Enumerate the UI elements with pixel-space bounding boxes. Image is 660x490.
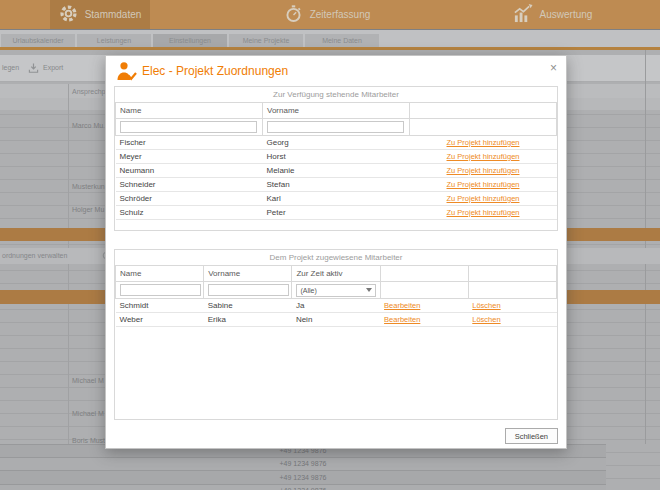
active-filter-select[interactable]: (Alle)	[296, 284, 375, 297]
grid-cell-contact: Marco Mu	[72, 122, 103, 129]
tab-leistungen[interactable]: Leistungen	[77, 34, 151, 47]
nav-auswertung[interactable]: Auswertung	[502, 0, 602, 29]
dialog-title: Elec - Projekt Zuordnungen	[142, 64, 288, 78]
cell-name: Schröder	[116, 192, 263, 206]
contact-column-header: Ansprechp	[72, 88, 105, 95]
cell-vorname: Georg	[263, 136, 410, 150]
tab-urlaubskalender[interactable]: Urlaubskalender	[1, 34, 75, 47]
table-row: Schmidt Sabine Ja Bearbeiten Löschen	[116, 299, 557, 313]
table-row: Meyer Horst Zu Projekt hinzufügen	[116, 150, 557, 164]
create-button[interactable]: legen	[2, 64, 19, 71]
tab-strip: Urlaubskalender Leistungen Einstellungen…	[0, 30, 660, 50]
nav-label: Zeiterfassung	[310, 9, 371, 20]
grid-cell-contact: Michael M	[72, 377, 104, 384]
table-row: Weber Erika Nein Bearbeiten Löschen	[116, 313, 557, 327]
application-window: Stammdaten Zeiterfassung	[0, 0, 660, 490]
cell-aktiv: Nein	[292, 313, 380, 327]
delete-link[interactable]: Löschen	[472, 301, 500, 310]
add-to-project-link[interactable]: Zu Projekt hinzufügen	[447, 208, 520, 217]
tab-meine-projekte[interactable]: Meine Projekte	[229, 34, 303, 47]
grid-cell-contact: Holger Mu	[72, 206, 104, 213]
vorname-filter-input[interactable]	[267, 121, 404, 133]
grid-cell-contact: Boris Must	[72, 437, 105, 444]
column-header-name[interactable]: Name	[116, 266, 204, 282]
grid-cell-phone: +49 1234 9876	[0, 484, 606, 490]
column-header-aktiv[interactable]: Zur Zeit aktiv	[292, 266, 380, 282]
delete-link[interactable]: Löschen	[472, 315, 500, 324]
person-check-icon	[116, 61, 138, 85]
cell-vorname: Sabine	[204, 299, 292, 313]
chevron-down-icon	[366, 288, 372, 292]
assigned-employees-table: Dem Projekt zugewiesene Mitarbeiter Name…	[114, 249, 558, 420]
column-header-delete	[468, 266, 556, 282]
manage-assignments-button[interactable]: ordnungen verwalten	[2, 252, 67, 259]
cell-vorname: Stefan	[263, 178, 410, 192]
project-assignment-dialog: Elec - Projekt Zuordnungen × Zur Verfügu…	[105, 55, 567, 449]
table-caption: Zur Verfügung stehende Mitarbeiter	[116, 87, 557, 103]
cell-vorname: Melanie	[263, 164, 410, 178]
nav-zeiterfassung[interactable]: Zeiterfassung	[272, 0, 382, 29]
stopwatch-icon	[284, 4, 303, 25]
grid-cell-contact: Michael M	[72, 410, 104, 417]
table-row: Neumann Melanie Zu Projekt hinzufügen	[116, 164, 557, 178]
add-to-project-link[interactable]: Zu Projekt hinzufügen	[447, 138, 520, 147]
download-icon	[28, 62, 39, 75]
export-button[interactable]: Export	[43, 64, 63, 71]
add-to-project-link[interactable]: Zu Projekt hinzufügen	[447, 166, 520, 175]
cell-name: Weber	[116, 313, 204, 327]
phone-column-rows: +49 1234 9876 +49 1234 9876 +49 1234 987…	[0, 444, 660, 490]
cell-aktiv: Ja	[292, 299, 380, 313]
grid-right-divider	[645, 50, 646, 444]
add-to-project-link[interactable]: Zu Projekt hinzufügen	[447, 180, 520, 189]
table-row: Schulz Peter Zu Projekt hinzufügen	[116, 206, 557, 220]
name-filter-input[interactable]	[120, 121, 257, 133]
close-icon[interactable]: ×	[550, 62, 557, 74]
dialog-header: Elec - Projekt Zuordnungen ×	[106, 56, 566, 86]
column-header-actions	[410, 103, 557, 119]
cell-name: Meyer	[116, 150, 263, 164]
name-filter-input[interactable]	[120, 284, 201, 296]
grid-cell-phone: +49 1234 9876	[0, 470, 606, 484]
nav-stammdaten[interactable]: Stammdaten	[50, 0, 150, 29]
add-to-project-link[interactable]: Zu Projekt hinzufügen	[447, 194, 520, 203]
cell-name: Schneider	[116, 178, 263, 192]
table-row: Schneider Stefan Zu Projekt hinzufügen	[116, 178, 557, 192]
cell-name: Fischer	[116, 136, 263, 150]
table-row: Schröder Karl Zu Projekt hinzufügen	[116, 192, 557, 206]
table-caption: Dem Projekt zugewiesene Mitarbeiter	[116, 250, 557, 266]
cell-name: Neumann	[116, 164, 263, 178]
nav-label: Stammdaten	[85, 9, 142, 20]
available-employees-table: Zur Verfügung stehende Mitarbeiter Name …	[114, 86, 558, 231]
cell-vorname: Erika	[204, 313, 292, 327]
edit-link[interactable]: Bearbeiten	[384, 315, 420, 324]
column-header-name[interactable]: Name	[116, 103, 263, 119]
cell-name: Schulz	[116, 206, 263, 220]
top-nav-bar: Stammdaten Zeiterfassung	[0, 0, 660, 30]
grid-cell-phone: +49 1234 9876	[0, 457, 606, 470]
add-to-project-link[interactable]: Zu Projekt hinzufügen	[447, 152, 520, 161]
active-filter-value: (Alle)	[300, 287, 316, 294]
chart-icon	[512, 4, 533, 25]
column-header-vorname[interactable]: Vorname	[204, 266, 292, 282]
tab-einstellungen[interactable]: Einstellungen	[153, 34, 227, 47]
gear-icon	[59, 4, 78, 25]
table-row: Fischer Georg Zu Projekt hinzufügen	[116, 136, 557, 150]
cell-vorname: Karl	[263, 192, 410, 206]
close-dialog-button[interactable]: Schließen	[505, 428, 558, 444]
cell-vorname: Peter	[263, 206, 410, 220]
grid-cell-contact: Musterkun	[72, 183, 105, 190]
nav-label: Auswertung	[540, 9, 593, 20]
grid-column-divider	[68, 84, 69, 444]
edit-link[interactable]: Bearbeiten	[384, 301, 420, 310]
column-header-edit	[380, 266, 468, 282]
cell-vorname: Horst	[263, 150, 410, 164]
tab-meine-daten[interactable]: Meine Daten	[305, 34, 379, 47]
cell-name: Schmidt	[116, 299, 204, 313]
column-header-vorname[interactable]: Vorname	[263, 103, 410, 119]
vorname-filter-input[interactable]	[208, 284, 289, 296]
